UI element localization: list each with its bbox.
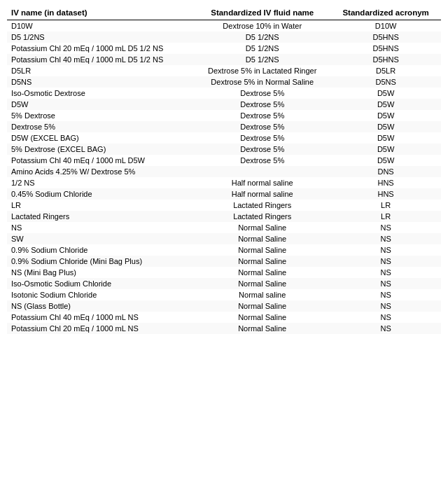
cell-acronym: D5NS xyxy=(330,76,441,88)
cell-iv-name: D5W xyxy=(7,99,194,110)
cell-std-name: Normal Saline xyxy=(194,312,330,323)
cell-iv-name: D10W xyxy=(7,20,194,32)
cell-iv-name: 5% Dextrose (EXCEL BAG) xyxy=(7,144,194,155)
table-row: Potassium Chl 20 mEq / 1000 mL NSNormal … xyxy=(7,323,441,334)
table-row: D5WDextrose 5%D5W xyxy=(7,99,441,110)
cell-std-name: Half normal saline xyxy=(194,177,330,188)
table-row: NS (Glass Bottle)Normal SalineNS xyxy=(7,300,441,312)
cell-std-name: Lactated Ringers xyxy=(194,211,330,222)
cell-acronym: NS xyxy=(330,233,441,244)
cell-iv-name: 5% Dextrose xyxy=(7,110,194,121)
cell-acronym: NS xyxy=(330,267,441,278)
table-row: D5W (EXCEL BAG)Dextrose 5%D5W xyxy=(7,132,441,144)
cell-acronym: NS xyxy=(330,222,441,233)
table-row: Iso-Osmotic DextroseDextrose 5%D5W xyxy=(7,88,441,99)
table-row: NS (Mini Bag Plus)Normal SalineNS xyxy=(7,267,441,278)
cell-std-name: D5 1/2NS xyxy=(194,43,330,54)
cell-iv-name: Amino Acids 4.25% W/ Dextrose 5% xyxy=(7,166,194,177)
cell-iv-name: Lactated Ringers xyxy=(7,211,194,222)
cell-std-name: Dextrose 5% xyxy=(194,144,330,155)
cell-acronym: D5W xyxy=(330,88,441,99)
cell-iv-name: Potassium Chl 40 mEq / 1000 mL D5 1/2 NS xyxy=(7,54,194,65)
cell-acronym: D5LR xyxy=(330,65,441,76)
table-row: Isotonic Sodium ChlorideNormal salineNS xyxy=(7,289,441,300)
col-header-acronym: Standardized acronym xyxy=(330,6,441,20)
cell-acronym: LR xyxy=(330,211,441,222)
cell-iv-name: Potassium Chl 40 mEq / 1000 mL D5W xyxy=(7,155,194,166)
col-header-iv-name: IV name (in dataset) xyxy=(7,6,194,20)
cell-acronym: NS xyxy=(330,312,441,323)
cell-std-name: Dextrose 5% xyxy=(194,132,330,144)
cell-iv-name: 0.9% Sodium Chloride (Mini Bag Plus) xyxy=(7,256,194,267)
cell-std-name: Dextrose 5% xyxy=(194,110,330,121)
cell-acronym: NS xyxy=(330,278,441,289)
cell-acronym: NS xyxy=(330,289,441,300)
cell-iv-name: Iso-Osmotic Dextrose xyxy=(7,88,194,99)
table-row: 5% DextroseDextrose 5%D5W xyxy=(7,110,441,121)
cell-acronym: D5W xyxy=(330,121,441,132)
cell-acronym: D5W xyxy=(330,144,441,155)
cell-acronym: D5HNS xyxy=(330,32,441,43)
iv-fluid-table: IV name (in dataset) Standardized IV flu… xyxy=(7,6,441,334)
cell-iv-name: Isotonic Sodium Chloride xyxy=(7,289,194,300)
cell-std-name: Normal Saline xyxy=(194,244,330,256)
cell-acronym: NS xyxy=(330,300,441,312)
cell-acronym: HNS xyxy=(330,188,441,200)
cell-iv-name: D5 1/2NS xyxy=(7,32,194,43)
cell-iv-name: NS xyxy=(7,222,194,233)
cell-std-name: Normal Saline xyxy=(194,323,330,334)
cell-std-name xyxy=(194,166,330,177)
table-row: D10WDextrose 10% in WaterD10W xyxy=(7,20,441,32)
cell-iv-name: LR xyxy=(7,200,194,211)
cell-acronym: D5W xyxy=(330,99,441,110)
cell-iv-name: Potassium Chl 20 mEq / 1000 mL NS xyxy=(7,323,194,334)
cell-std-name: Dextrose 5% xyxy=(194,88,330,99)
cell-acronym: D5HNS xyxy=(330,43,441,54)
cell-acronym: LR xyxy=(330,200,441,211)
cell-std-name: Dextrose 5% xyxy=(194,99,330,110)
table-row: SWNormal SalineNS xyxy=(7,233,441,244)
table-row: 1/2 NSHalf normal salineHNS xyxy=(7,177,441,188)
cell-iv-name: SW xyxy=(7,233,194,244)
cell-iv-name: D5NS xyxy=(7,76,194,88)
cell-std-name: Dextrose 5% in Lactated Ringer xyxy=(194,65,330,76)
cell-acronym: NS xyxy=(330,323,441,334)
table-row: Potassium Chl 40 mEq / 1000 mL NSNormal … xyxy=(7,312,441,323)
cell-iv-name: 1/2 NS xyxy=(7,177,194,188)
table-row: Dextrose 5%Dextrose 5%D5W xyxy=(7,121,441,132)
cell-std-name: D5 1/2NS xyxy=(194,54,330,65)
cell-acronym: NS xyxy=(330,244,441,256)
table-row: Amino Acids 4.25% W/ Dextrose 5%DNS xyxy=(7,166,441,177)
cell-iv-name: NS (Glass Bottle) xyxy=(7,300,194,312)
table-row: 0.9% Sodium Chloride (Mini Bag Plus)Norm… xyxy=(7,256,441,267)
cell-std-name: Normal Saline xyxy=(194,278,330,289)
cell-std-name: Lactated Ringers xyxy=(194,200,330,211)
cell-acronym: HNS xyxy=(330,177,441,188)
table-row: Potassium Chl 40 mEq / 1000 mL D5 1/2 NS… xyxy=(7,54,441,65)
cell-std-name: Normal saline xyxy=(194,289,330,300)
cell-iv-name: D5W (EXCEL BAG) xyxy=(7,132,194,144)
cell-std-name: Normal Saline xyxy=(194,222,330,233)
cell-std-name: Normal Saline xyxy=(194,256,330,267)
cell-iv-name: 0.45% Sodium Chloride xyxy=(7,188,194,200)
cell-acronym: D5W xyxy=(330,110,441,121)
table-row: 0.9% Sodium ChlorideNormal SalineNS xyxy=(7,244,441,256)
table-row: 5% Dextrose (EXCEL BAG)Dextrose 5%D5W xyxy=(7,144,441,155)
table-row: D5NSDextrose 5% in Normal SalineD5NS xyxy=(7,76,441,88)
cell-iv-name: 0.9% Sodium Chloride xyxy=(7,244,194,256)
cell-std-name: Dextrose 10% in Water xyxy=(194,20,330,32)
table-row: Potassium Chl 20 mEq / 1000 mL D5 1/2 NS… xyxy=(7,43,441,54)
cell-acronym: D5W xyxy=(330,155,441,166)
cell-std-name: Normal Saline xyxy=(194,267,330,278)
col-header-std-name: Standardized IV fluid name xyxy=(194,6,330,20)
cell-iv-name: Iso-Osmotic Sodium Chloride xyxy=(7,278,194,289)
table-row: Iso-Osmotic Sodium ChlorideNormal Saline… xyxy=(7,278,441,289)
table-header-row: IV name (in dataset) Standardized IV flu… xyxy=(7,6,441,20)
cell-acronym: NS xyxy=(330,256,441,267)
cell-iv-name: NS (Mini Bag Plus) xyxy=(7,267,194,278)
cell-iv-name: Potassium Chl 40 mEq / 1000 mL NS xyxy=(7,312,194,323)
cell-std-name: Dextrose 5% in Normal Saline xyxy=(194,76,330,88)
cell-std-name: Normal Saline xyxy=(194,233,330,244)
table-row: NSNormal SalineNS xyxy=(7,222,441,233)
cell-iv-name: Potassium Chl 20 mEq / 1000 mL D5 1/2 NS xyxy=(7,43,194,54)
